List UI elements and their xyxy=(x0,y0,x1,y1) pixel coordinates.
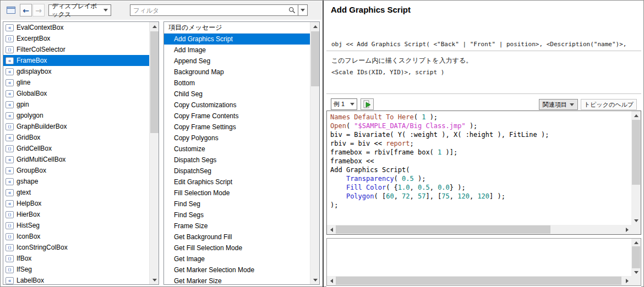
object-list-item[interactable]: «gpolygon xyxy=(3,110,149,121)
message-list-item-label: Get Image xyxy=(174,255,205,263)
panel-divider[interactable] xyxy=(323,1,324,287)
message-list-item[interactable]: Add Image xyxy=(164,45,310,56)
object-list-item[interactable]: ()IfBox xyxy=(3,253,149,264)
forward-button[interactable]: → xyxy=(32,4,45,16)
scroll-down-button[interactable] xyxy=(631,216,641,225)
message-list-item[interactable]: Edit Graphics Script xyxy=(164,176,310,187)
scroll-up-button[interactable] xyxy=(310,22,320,31)
message-list-item[interactable]: Copy Frame Contents xyxy=(164,111,310,122)
object-list-item[interactable]: «gdisplaybox xyxy=(3,66,149,77)
run-icon xyxy=(363,100,372,109)
object-list-item[interactable]: «GridMultiCellBox xyxy=(3,154,149,165)
scrollbar-thumb[interactable] xyxy=(150,31,159,133)
back-button[interactable]: ← xyxy=(20,4,32,16)
object-list-item[interactable]: «gpin xyxy=(3,99,149,110)
scrollbar-thumb[interactable] xyxy=(311,31,319,86)
message-list-item-label: Find Seg xyxy=(174,200,200,208)
scroll-down-icon xyxy=(634,271,638,274)
object-list-item[interactable]: «LabelBox xyxy=(3,275,149,284)
scroll-up-button[interactable] xyxy=(150,22,159,31)
related-items-button[interactable]: 関連項目 xyxy=(539,99,578,110)
category-dropdown[interactable]: ディスプレイボックス xyxy=(48,4,111,16)
filter-dropdown-button[interactable] xyxy=(298,4,308,16)
message-list-item[interactable]: Find Segs xyxy=(164,209,310,220)
message-list-item[interactable]: Child Seg xyxy=(164,89,310,100)
message-list-item-label: Background Map xyxy=(174,68,224,76)
object-list-item[interactable]: «FrameBox xyxy=(3,55,149,66)
object-list-item[interactable]: ()GraphBuilderBox xyxy=(3,121,149,132)
message-list-item[interactable]: Customize xyxy=(164,144,310,154)
object-list-item[interactable]: ()ExcerptBox xyxy=(3,33,149,44)
object-list-item[interactable]: «gshape xyxy=(3,176,149,187)
message-list-item-label: Child Seg xyxy=(174,90,203,98)
message-list-item[interactable]: Fill Selection Mode xyxy=(164,187,310,198)
run-example-button[interactable] xyxy=(361,98,374,110)
main-toolbar: ← → ディスプレイボックス xyxy=(1,1,322,20)
message-list-item[interactable]: Add Graphics Script xyxy=(164,34,310,45)
message-list-item[interactable]: Append Seg xyxy=(164,56,310,67)
object-list-item-label: gdisplaybox xyxy=(17,68,51,75)
code-line: Polygon( [60, 72, 57], [75, 120, 120] ); xyxy=(330,192,631,201)
message-list-item[interactable]: Get Background Fill xyxy=(164,231,310,242)
message-list-item[interactable]: Background Map xyxy=(164,67,310,78)
message-list-item[interactable]: Copy Customizations xyxy=(164,100,310,111)
object-list-item[interactable]: ()FilterColSelector xyxy=(3,44,149,55)
message-list-item[interactable]: Copy Frame Settings xyxy=(164,122,310,133)
function-icon: () xyxy=(6,35,14,42)
object-list-item[interactable]: «gtext xyxy=(3,187,149,198)
scroll-right-button[interactable] xyxy=(623,225,631,234)
message-list-item-label: Copy Customizations xyxy=(174,101,236,109)
object-list-item[interactable]: ()HistSeg xyxy=(3,220,149,231)
object-list-item[interactable]: ()IfSeg xyxy=(3,264,149,275)
scrollbar-thumb[interactable] xyxy=(632,246,640,268)
message-list-item[interactable]: Dispatch Segs xyxy=(164,154,310,165)
object-list-item[interactable]: «EvalContextBox xyxy=(3,22,149,33)
object-list-item[interactable]: «GridBox xyxy=(3,132,149,143)
message-list-item[interactable]: Copy Polygons xyxy=(164,133,310,144)
message-list-item[interactable]: Get Marker Selection Mode xyxy=(164,264,310,275)
filter-input[interactable] xyxy=(130,7,288,14)
message-list-item[interactable]: Frame Size xyxy=(164,220,310,231)
message-list-scrollbar[interactable] xyxy=(310,22,319,284)
message-list-item-label: Find Segs xyxy=(174,211,204,219)
message-list-item[interactable]: Get Fill Selection Mode xyxy=(164,242,310,253)
scroll-right-button[interactable] xyxy=(623,276,631,285)
object-list-item[interactable]: «GroupBox xyxy=(3,165,149,176)
scroll-left-button[interactable] xyxy=(327,225,336,234)
object-list-item[interactable]: ()HierBox xyxy=(3,209,149,220)
scrollbar-thumb[interactable] xyxy=(336,277,621,285)
object-list-scrollbar[interactable] xyxy=(149,22,159,284)
function-icon: () xyxy=(6,145,14,152)
message-list-item[interactable]: Bottom xyxy=(164,78,310,89)
scroll-up-button[interactable] xyxy=(631,111,641,120)
scroll-up-icon xyxy=(313,25,318,28)
object-list-item[interactable]: «gline xyxy=(3,77,149,88)
message-list-item[interactable]: Find Seg xyxy=(164,198,310,209)
object-list-item[interactable]: «GlobalBox xyxy=(3,88,149,99)
scroll-down-button[interactable] xyxy=(631,268,641,276)
object-list-item[interactable]: ()IconBox xyxy=(3,231,149,242)
scroll-down-button[interactable] xyxy=(310,275,320,284)
scroll-up-button[interactable] xyxy=(631,239,641,246)
code-content[interactable]: Names Default To Here( 1 );Open( "$SAMPL… xyxy=(327,111,631,225)
object-list-item[interactable]: ()GridCellBox xyxy=(3,143,149,154)
search-icon xyxy=(288,7,296,14)
object-list-item[interactable]: ()IconStringColBox xyxy=(3,242,149,253)
message-list-item[interactable]: Get Marker Size xyxy=(164,275,310,284)
output-horizontal-scrollbar[interactable] xyxy=(327,276,631,285)
topic-help-button[interactable]: トピックのヘルプ xyxy=(581,99,637,110)
object-list-item[interactable]: «HelpBox xyxy=(3,198,149,209)
code-horizontal-scrollbar[interactable] xyxy=(327,225,631,234)
scrollbar-thumb[interactable] xyxy=(336,225,550,234)
code-vertical-scrollbar[interactable] xyxy=(631,111,641,225)
scrollbar-thumb[interactable] xyxy=(632,120,640,185)
example-selector[interactable]: 例 1 xyxy=(331,98,357,110)
message-list-item[interactable]: Get Image xyxy=(164,253,310,264)
output-vertical-scrollbar[interactable] xyxy=(631,239,641,276)
scroll-down-button[interactable] xyxy=(150,275,159,284)
message-list-item[interactable]: DispatchSeg xyxy=(164,165,310,176)
scroll-left-button[interactable] xyxy=(327,276,336,285)
window-list-button[interactable] xyxy=(4,4,18,16)
output-box[interactable] xyxy=(326,238,641,286)
message-list-item-label: Append Seg xyxy=(174,57,210,65)
